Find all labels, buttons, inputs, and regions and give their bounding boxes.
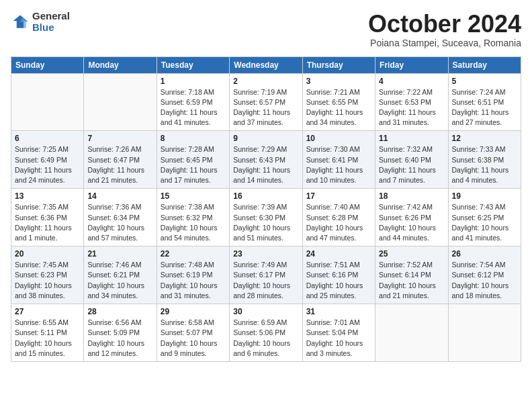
day-number: 2 — [233, 77, 298, 86]
calendar-cell: 23Sunrise: 7:49 AM Sunset: 6:17 PM Dayli… — [230, 246, 302, 304]
calendar-cell: 1Sunrise: 7:18 AM Sunset: 6:59 PM Daylig… — [157, 73, 229, 131]
calendar-cell: 29Sunrise: 6:58 AM Sunset: 5:07 PM Dayli… — [157, 304, 229, 362]
day-number: 26 — [452, 249, 517, 259]
day-detail: Sunrise: 7:01 AM Sunset: 5:04 PM Dayligh… — [306, 318, 371, 359]
day-detail: Sunrise: 7:54 AM Sunset: 6:12 PM Dayligh… — [452, 260, 517, 301]
calendar-cell: 8Sunrise: 7:28 AM Sunset: 6:45 PM Daylig… — [157, 131, 229, 189]
day-detail: Sunrise: 6:55 AM Sunset: 5:11 PM Dayligh… — [15, 318, 80, 359]
day-detail: Sunrise: 7:26 AM Sunset: 6:47 PM Dayligh… — [87, 144, 152, 185]
calendar-cell: 12Sunrise: 7:33 AM Sunset: 6:38 PM Dayli… — [448, 131, 521, 189]
day-number: 6 — [15, 134, 80, 143]
day-detail: Sunrise: 7:35 AM Sunset: 6:36 PM Dayligh… — [15, 202, 80, 243]
day-detail: Sunrise: 7:38 AM Sunset: 6:32 PM Dayligh… — [161, 202, 226, 243]
day-number: 16 — [233, 191, 298, 201]
day-detail: Sunrise: 6:56 AM Sunset: 5:09 PM Dayligh… — [87, 318, 152, 359]
day-number: 4 — [379, 77, 444, 86]
calendar-cell: 16Sunrise: 7:39 AM Sunset: 6:30 PM Dayli… — [230, 189, 302, 246]
calendar-cell: 18Sunrise: 7:42 AM Sunset: 6:26 PM Dayli… — [375, 189, 448, 246]
calendar-cell: 28Sunrise: 6:56 AM Sunset: 5:09 PM Dayli… — [84, 304, 157, 362]
calendar-cell — [448, 304, 521, 362]
week-row-5: 27Sunrise: 6:55 AM Sunset: 5:11 PM Dayli… — [11, 304, 521, 362]
page-header: General Blue October 2024 Poiana Stampei… — [11, 11, 521, 48]
calendar-cell: 27Sunrise: 6:55 AM Sunset: 5:11 PM Dayli… — [11, 304, 84, 362]
calendar-cell: 6Sunrise: 7:25 AM Sunset: 6:49 PM Daylig… — [11, 131, 84, 189]
calendar-cell: 17Sunrise: 7:40 AM Sunset: 6:28 PM Dayli… — [302, 189, 375, 246]
day-detail: Sunrise: 7:24 AM Sunset: 6:51 PM Dayligh… — [452, 87, 517, 128]
day-number: 24 — [306, 249, 371, 259]
logo-general-text: General — [32, 11, 70, 22]
header-cell-saturday: Saturday — [448, 56, 521, 73]
header-cell-sunday: Sunday — [11, 56, 84, 73]
calendar-cell: 13Sunrise: 7:35 AM Sunset: 6:36 PM Dayli… — [11, 189, 84, 246]
calendar-cell: 21Sunrise: 7:46 AM Sunset: 6:21 PM Dayli… — [84, 246, 157, 304]
day-detail: Sunrise: 7:51 AM Sunset: 6:16 PM Dayligh… — [306, 260, 371, 301]
day-detail: Sunrise: 7:22 AM Sunset: 6:53 PM Dayligh… — [379, 87, 444, 128]
day-detail: Sunrise: 7:18 AM Sunset: 6:59 PM Dayligh… — [161, 87, 226, 128]
day-number: 5 — [452, 77, 517, 86]
week-row-1: 1Sunrise: 7:18 AM Sunset: 6:59 PM Daylig… — [11, 73, 521, 131]
calendar-cell: 14Sunrise: 7:36 AM Sunset: 6:34 PM Dayli… — [84, 189, 157, 246]
week-row-2: 6Sunrise: 7:25 AM Sunset: 6:49 PM Daylig… — [11, 131, 521, 189]
day-number: 25 — [379, 249, 444, 259]
header-cell-monday: Monday — [84, 56, 157, 73]
day-detail: Sunrise: 7:40 AM Sunset: 6:28 PM Dayligh… — [306, 202, 371, 243]
calendar-cell: 2Sunrise: 7:19 AM Sunset: 6:57 PM Daylig… — [230, 73, 302, 131]
logo-icon — [11, 13, 30, 32]
day-detail: Sunrise: 7:21 AM Sunset: 6:55 PM Dayligh… — [306, 87, 371, 128]
week-row-3: 13Sunrise: 7:35 AM Sunset: 6:36 PM Dayli… — [11, 189, 521, 246]
calendar-cell: 15Sunrise: 7:38 AM Sunset: 6:32 PM Dayli… — [157, 189, 229, 246]
week-row-4: 20Sunrise: 7:45 AM Sunset: 6:23 PM Dayli… — [11, 246, 521, 304]
calendar-cell: 20Sunrise: 7:45 AM Sunset: 6:23 PM Dayli… — [11, 246, 84, 304]
day-number: 23 — [233, 249, 298, 259]
header-cell-friday: Friday — [375, 56, 448, 73]
logo: General Blue — [11, 11, 70, 33]
day-number: 18 — [379, 191, 444, 201]
day-detail: Sunrise: 6:58 AM Sunset: 5:07 PM Dayligh… — [161, 318, 226, 359]
day-detail: Sunrise: 7:46 AM Sunset: 6:21 PM Dayligh… — [87, 260, 152, 301]
calendar-cell: 31Sunrise: 7:01 AM Sunset: 5:04 PM Dayli… — [302, 304, 375, 362]
calendar-cell: 19Sunrise: 7:43 AM Sunset: 6:25 PM Dayli… — [448, 189, 521, 246]
day-number: 30 — [233, 307, 298, 316]
day-number: 17 — [306, 191, 371, 201]
month-title: October 2024 — [368, 11, 521, 38]
calendar-cell: 22Sunrise: 7:48 AM Sunset: 6:19 PM Dayli… — [157, 246, 229, 304]
calendar-header: SundayMondayTuesdayWednesdayThursdayFrid… — [11, 56, 521, 73]
day-number: 22 — [161, 249, 226, 259]
day-number: 15 — [161, 191, 226, 201]
calendar-cell: 4Sunrise: 7:22 AM Sunset: 6:53 PM Daylig… — [375, 73, 448, 131]
day-number: 14 — [87, 191, 152, 201]
title-area: October 2024 Poiana Stampei, Suceava, Ro… — [368, 11, 521, 48]
day-detail: Sunrise: 7:30 AM Sunset: 6:41 PM Dayligh… — [306, 144, 371, 185]
calendar-cell: 5Sunrise: 7:24 AM Sunset: 6:51 PM Daylig… — [448, 73, 521, 131]
day-detail: Sunrise: 7:32 AM Sunset: 6:40 PM Dayligh… — [379, 144, 444, 185]
header-row: SundayMondayTuesdayWednesdayThursdayFrid… — [11, 56, 521, 73]
day-detail: Sunrise: 7:49 AM Sunset: 6:17 PM Dayligh… — [233, 260, 298, 301]
calendar-cell: 9Sunrise: 7:29 AM Sunset: 6:43 PM Daylig… — [230, 131, 302, 189]
calendar-cell: 30Sunrise: 6:59 AM Sunset: 5:06 PM Dayli… — [230, 304, 302, 362]
day-number: 3 — [306, 77, 371, 86]
day-detail: Sunrise: 7:39 AM Sunset: 6:30 PM Dayligh… — [233, 202, 298, 243]
day-number: 27 — [15, 307, 80, 316]
calendar-cell: 26Sunrise: 7:54 AM Sunset: 6:12 PM Dayli… — [448, 246, 521, 304]
location-subtitle: Poiana Stampei, Suceava, Romania — [368, 38, 521, 48]
day-detail: Sunrise: 7:45 AM Sunset: 6:23 PM Dayligh… — [15, 260, 80, 301]
day-number: 9 — [233, 134, 298, 143]
day-detail: Sunrise: 7:28 AM Sunset: 6:45 PM Dayligh… — [161, 144, 226, 185]
day-number: 1 — [161, 77, 226, 86]
header-cell-tuesday: Tuesday — [157, 56, 229, 73]
day-number: 21 — [87, 249, 152, 259]
day-detail: Sunrise: 6:59 AM Sunset: 5:06 PM Dayligh… — [233, 318, 298, 359]
calendar-cell: 11Sunrise: 7:32 AM Sunset: 6:40 PM Dayli… — [375, 131, 448, 189]
day-number: 20 — [15, 249, 80, 259]
day-detail: Sunrise: 7:36 AM Sunset: 6:34 PM Dayligh… — [87, 202, 152, 243]
calendar-table: SundayMondayTuesdayWednesdayThursdayFrid… — [11, 56, 521, 362]
calendar-cell: 3Sunrise: 7:21 AM Sunset: 6:55 PM Daylig… — [302, 73, 375, 131]
header-cell-thursday: Thursday — [302, 56, 375, 73]
calendar-cell — [11, 73, 84, 131]
calendar-cell: 24Sunrise: 7:51 AM Sunset: 6:16 PM Dayli… — [302, 246, 375, 304]
day-number: 31 — [306, 307, 371, 316]
day-detail: Sunrise: 7:52 AM Sunset: 6:14 PM Dayligh… — [379, 260, 444, 301]
calendar-cell: 10Sunrise: 7:30 AM Sunset: 6:41 PM Dayli… — [302, 131, 375, 189]
day-number: 28 — [87, 307, 152, 316]
logo-blue-text: Blue — [32, 22, 70, 34]
